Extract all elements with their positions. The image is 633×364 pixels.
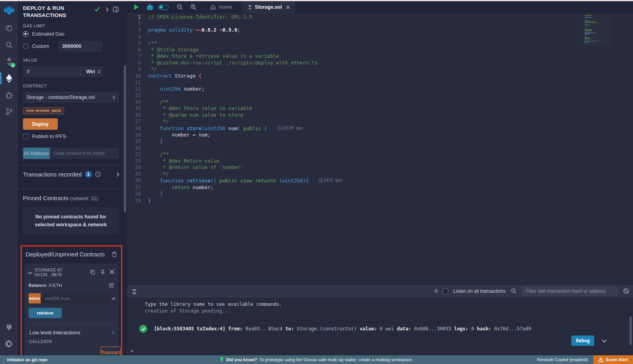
code-line[interactable]: 11 bbox=[127, 79, 633, 86]
expand-args-icon[interactable] bbox=[112, 297, 115, 300]
publish-ipfs-checkbox[interactable]: Publish to IPFS bbox=[23, 134, 119, 139]
code-line[interactable]: 13 bbox=[127, 92, 633, 99]
radio-selected[interactable] bbox=[23, 31, 28, 37]
panel-expand-icon[interactable] bbox=[104, 7, 108, 11]
run-script-button[interactable] bbox=[130, 1, 143, 13]
terminal-prompt[interactable]: > bbox=[131, 348, 133, 354]
code-line[interactable]: 5/** bbox=[127, 40, 633, 47]
chevron-right-icon[interactable] bbox=[115, 172, 119, 176]
minimap-line bbox=[585, 41, 598, 42]
minimap[interactable] bbox=[584, 14, 611, 46]
value-unit-select[interactable]: Wei bbox=[80, 66, 103, 77]
transactions-recorded-row[interactable]: Transactions recorded 1 bbox=[23, 165, 119, 183]
tx-expand-icon[interactable] bbox=[602, 337, 607, 343]
minimap-line bbox=[585, 38, 590, 38]
checkbox-icon[interactable] bbox=[23, 134, 28, 139]
zoom-out-button[interactable] bbox=[173, 1, 187, 13]
remix-logo-icon[interactable] bbox=[0, 1, 18, 20]
code-area[interactable]: 1// SPDX-License-Identifier: GPL-3.023pr… bbox=[127, 13, 633, 204]
scam-alert-button[interactable]: Scam Alert bbox=[593, 355, 633, 364]
code-editor[interactable]: 1// SPDX-License-Identifier: GPL-3.023pr… bbox=[127, 13, 633, 284]
code-line[interactable]: 23 * @dev Return value bbox=[127, 158, 633, 165]
code-line[interactable]: 25 */ bbox=[127, 171, 633, 178]
store-function-button[interactable]: store bbox=[28, 293, 41, 303]
git-init-button[interactable]: Initialize as git repo bbox=[7, 357, 47, 362]
deploy-run-icon[interactable] bbox=[0, 70, 18, 87]
custom-gas-radio[interactable]: Custom bbox=[23, 44, 49, 49]
deployed-contract-card: STORAGE AT 0X136...8B78 Balance: 0 ETH s… bbox=[25, 264, 118, 363]
panel-scrollbar[interactable] bbox=[124, 65, 126, 212]
code-line[interactable]: 4 bbox=[127, 34, 633, 40]
file-explorer-icon[interactable] bbox=[0, 20, 18, 37]
transaction-log-row[interactable]: [block:5583405 txIndex:4] from: 0xa03...… bbox=[139, 325, 633, 333]
pin-icon[interactable] bbox=[100, 269, 105, 275]
code-line[interactable]: 9 */ bbox=[127, 66, 633, 73]
info-icon[interactable] bbox=[95, 171, 101, 177]
code-line[interactable]: 3pragma solidity >=0.8.2 <0.9.0; bbox=[127, 27, 633, 34]
code-line[interactable]: 24 * @return value of 'number' bbox=[127, 164, 633, 171]
code-line[interactable]: 21 bbox=[127, 145, 633, 152]
plugin-manager-icon[interactable] bbox=[0, 319, 18, 336]
code-line[interactable]: 7 * @dev Store & retrieve value in a var… bbox=[127, 53, 633, 60]
trash-icon[interactable] bbox=[112, 251, 117, 257]
code-line[interactable]: 10contract Storage { bbox=[127, 73, 633, 80]
listen-checkbox[interactable] bbox=[443, 288, 448, 294]
debugger-icon[interactable] bbox=[0, 87, 18, 103]
code-line[interactable]: 1// SPDX-License-Identifier: GPL-3.0 bbox=[127, 14, 633, 21]
git-icon[interactable] bbox=[0, 103, 18, 120]
store-arg-input[interactable] bbox=[41, 293, 110, 303]
contract-select[interactable]: Storage - contracts/Storage.sol bbox=[23, 92, 119, 103]
minimap-line bbox=[585, 30, 592, 31]
terminal-filter-input[interactable] bbox=[522, 286, 618, 296]
zoom-in-button[interactable] bbox=[187, 1, 200, 13]
terminal[interactable]: Type the library name to see available c… bbox=[127, 298, 633, 355]
copilot-toggle[interactable] bbox=[157, 1, 170, 13]
code-line[interactable]: 2 bbox=[127, 21, 633, 27]
custom-gas-input[interactable] bbox=[58, 41, 102, 52]
info-icon[interactable]: i bbox=[112, 329, 114, 336]
code-line[interactable]: 8 * @custom:dev-run-script ./scripts/dep… bbox=[127, 60, 633, 66]
code-line[interactable]: 6 * @title Storage bbox=[127, 47, 633, 53]
clear-console-icon[interactable] bbox=[623, 288, 629, 294]
code-line[interactable]: 12 uint256 number; bbox=[127, 86, 633, 93]
ai-copilot-robot-icon[interactable] bbox=[143, 1, 157, 13]
at-address-input[interactable] bbox=[50, 148, 119, 159]
retrieve-function-button[interactable]: retrieve bbox=[28, 308, 62, 318]
code-line[interactable]: 29} bbox=[127, 197, 633, 204]
solidity-compiler-icon[interactable] bbox=[0, 53, 18, 70]
code-line[interactable]: 26 function retrieve() public view retur… bbox=[127, 177, 633, 184]
search-icon[interactable] bbox=[0, 37, 18, 53]
value-input[interactable] bbox=[23, 66, 80, 77]
code-line[interactable]: 15 * @dev Store value in variable bbox=[127, 105, 633, 112]
code-line[interactable]: 17 */ bbox=[127, 118, 633, 125]
tab-home[interactable]: Home bbox=[205, 1, 237, 13]
terminal-search-icon[interactable] bbox=[511, 288, 517, 294]
edit-icon[interactable] bbox=[109, 282, 114, 288]
code-line[interactable]: 18 function store(uint256 num) public {2… bbox=[127, 125, 633, 132]
collapse-icon[interactable] bbox=[28, 270, 32, 275]
listen-label: Listen on all transactions bbox=[453, 288, 506, 294]
code-line[interactable]: 27 return number; bbox=[127, 184, 633, 191]
code-line[interactable]: 28 } bbox=[127, 191, 633, 197]
code-line[interactable]: 22 /** bbox=[127, 151, 633, 158]
copilot-status[interactable]: RemixAI Copilot (enabled) bbox=[537, 357, 588, 362]
close-tab-icon[interactable]: ✕ bbox=[286, 4, 290, 10]
close-icon[interactable] bbox=[110, 269, 114, 275]
code-line[interactable]: 16 * @param num value to store bbox=[127, 112, 633, 119]
terminal-collapse-icon[interactable] bbox=[133, 288, 136, 294]
code-line[interactable]: 19 number = num; bbox=[127, 132, 633, 138]
settings-gear-icon[interactable] bbox=[0, 336, 18, 352]
minimap-line bbox=[585, 32, 586, 32]
copy-icon[interactable] bbox=[90, 269, 96, 275]
code-line[interactable]: 20 } bbox=[127, 138, 633, 145]
deploy-button[interactable]: Deploy bbox=[23, 118, 58, 130]
at-address-button[interactable]: At Address bbox=[23, 148, 50, 159]
estimated-gas-radio[interactable]: Estimated Gas bbox=[23, 31, 119, 37]
terminal-scrollbar[interactable] bbox=[629, 317, 632, 345]
panel-layout-icon[interactable] bbox=[113, 6, 119, 12]
divider bbox=[28, 324, 115, 324]
radio-unselected[interactable] bbox=[23, 44, 28, 49]
tab-storage-sol[interactable]: Storage.sol ✕ bbox=[243, 1, 295, 13]
debug-button[interactable]: Debug bbox=[571, 336, 594, 346]
code-line[interactable]: 14 /** bbox=[127, 99, 633, 106]
